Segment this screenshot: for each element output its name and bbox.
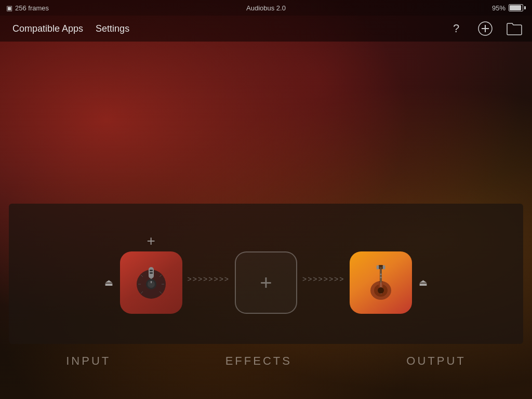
- effects-add-button[interactable]: +: [235, 251, 297, 314]
- compatible-apps-link[interactable]: Compatible Apps: [8, 21, 87, 36]
- nav-bar: Compatible Apps Settings ?: [0, 16, 532, 42]
- svg-rect-22: [378, 265, 383, 269]
- arrows-1: >>>>>>>>: [182, 275, 235, 283]
- labels-row: INPUT EFFECTS OUTPUT: [9, 354, 523, 368]
- svg-point-30: [377, 267, 379, 270]
- nav-left: Compatible Apps Settings: [8, 21, 134, 36]
- svg-rect-12: [150, 270, 153, 271]
- add-button[interactable]: [476, 19, 495, 38]
- battery-fill: [510, 5, 521, 10]
- svg-point-26: [380, 274, 382, 275]
- pipeline-row: + ⏏: [9, 234, 523, 314]
- battery-tip: [524, 6, 526, 9]
- status-bar: ▣ 256 frames Audiobus 2.0 95%: [0, 0, 532, 16]
- settings-link[interactable]: Settings: [91, 21, 134, 36]
- input-app-wrapper: ⏏: [120, 251, 182, 314]
- effects-plus-icon: +: [260, 271, 272, 295]
- add-icon: [478, 21, 493, 36]
- output-slot: +: [350, 234, 412, 314]
- svg-point-27: [380, 277, 382, 278]
- help-button[interactable]: ?: [447, 19, 466, 38]
- battery-percent: 95%: [492, 4, 506, 12]
- battery-icon: [509, 4, 526, 11]
- arrows-2: >>>>>>>>: [297, 275, 350, 283]
- svg-rect-13: [150, 272, 153, 274]
- effects-slot-container: + +: [235, 234, 297, 314]
- input-app-icon[interactable]: [120, 251, 182, 314]
- status-frames: ▣ 256 frames: [6, 4, 49, 12]
- folder-button[interactable]: [505, 19, 524, 38]
- effects-add-label-spacer: +: [262, 234, 270, 248]
- effects-label: EFFECTS: [225, 354, 292, 368]
- input-add-label: +: [147, 234, 155, 248]
- nav-right: ?: [447, 19, 524, 38]
- input-eject-button[interactable]: ⏏: [104, 277, 113, 288]
- svg-point-25: [378, 287, 384, 294]
- output-add-label-spacer: +: [377, 234, 385, 248]
- output-label: OUTPUT: [406, 354, 466, 368]
- output-app-icon[interactable]: [350, 251, 412, 314]
- input-label: INPUT: [66, 354, 111, 368]
- status-right: 95%: [492, 4, 526, 12]
- output-app-graphic: [360, 262, 402, 303]
- arrows-2-text: >>>>>>>>: [302, 275, 344, 283]
- output-app-wrapper: ⏏: [350, 251, 412, 314]
- help-icon: ?: [453, 22, 459, 35]
- output-eject-button[interactable]: ⏏: [419, 277, 428, 288]
- svg-point-31: [383, 267, 385, 270]
- pipeline-panel: + ⏏: [9, 204, 523, 344]
- main-content: + ⏏: [0, 42, 532, 399]
- input-app-graphic: [133, 264, 169, 301]
- battery-body: [509, 4, 523, 11]
- frames-icon: ▣: [6, 4, 12, 12]
- frames-text: 256 frames: [15, 4, 49, 12]
- folder-icon: [507, 22, 522, 35]
- status-title: Audiobus 2.0: [246, 4, 286, 12]
- arrows-1-text: >>>>>>>>: [188, 275, 230, 283]
- input-slot: + ⏏: [120, 234, 182, 314]
